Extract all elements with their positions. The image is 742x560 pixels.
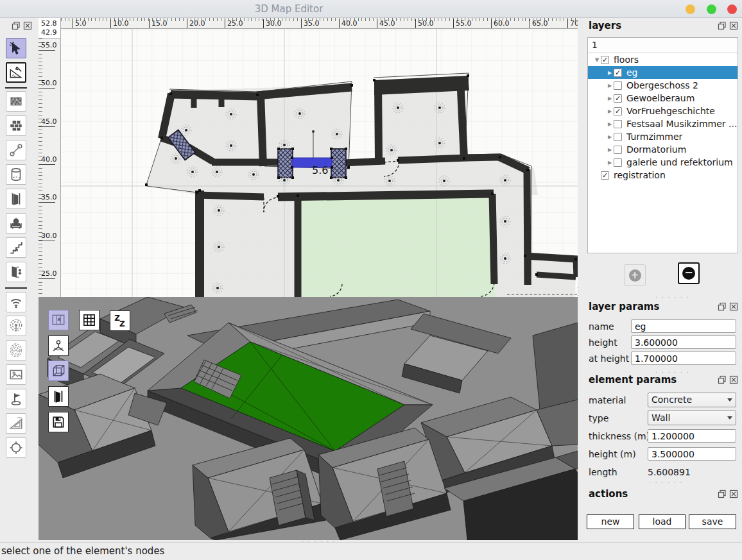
layer-label: VorFruehgeschichte: [626, 106, 715, 116]
layer-checkbox[interactable]: [614, 158, 622, 167]
draw-measure-tool-button[interactable]: [6, 62, 26, 83]
layer-row-registration[interactable]: ✓ registration: [588, 169, 738, 182]
element-height-label: height (m): [589, 449, 636, 459]
dock-float-icon[interactable]: [12, 21, 21, 30]
remove-layer-button[interactable]: −: [678, 262, 700, 284]
layers-tree-header: 1: [588, 38, 738, 53]
layer-row-vorfruehgeschichte[interactable]: ▶ ✓ VorFruehgeschichte: [588, 105, 738, 117]
wireframe-cube-button[interactable]: [48, 361, 69, 381]
new-button[interactable]: new: [587, 514, 634, 529]
maximize-button[interactable]: [707, 4, 716, 14]
ruler-label: 45.0: [377, 19, 395, 29]
layer-checkbox[interactable]: ✓: [601, 171, 609, 180]
flag-tool-button[interactable]: [6, 389, 26, 409]
layer-row-galerie[interactable]: ▶ galerie und refektorium: [588, 156, 738, 169]
column-tool-button[interactable]: [6, 164, 26, 185]
edge-link-tool-button[interactable]: [6, 140, 26, 160]
close-button[interactable]: [727, 4, 737, 14]
layer-checkbox[interactable]: [614, 81, 622, 90]
wifi-tool-button[interactable]: [6, 292, 26, 312]
beacon-tool-button[interactable]: [6, 316, 26, 336]
save-view-button[interactable]: [48, 412, 69, 432]
actions-title: actions: [589, 488, 628, 500]
axis-gizmo-button[interactable]: [48, 335, 69, 356]
panel-close-icon[interactable]: [729, 489, 738, 498]
layer-row-obergeschoss-2[interactable]: ▶ Obergeschoss 2: [588, 79, 738, 92]
map-mode-button[interactable]: [48, 310, 69, 330]
panel-close-icon[interactable]: [729, 21, 738, 30]
layer-label: registration: [614, 170, 666, 180]
hatched-column[interactable]: [278, 149, 293, 178]
layer-label: Gewoelberaum: [626, 93, 695, 103]
expand-arrow[interactable]: ▶: [606, 83, 614, 89]
stairs-tool-button[interactable]: [6, 237, 26, 258]
type-select[interactable]: Wall: [648, 411, 736, 425]
floor-plan-canvas[interactable]: 5.6: [61, 29, 578, 297]
furniture-tool-button[interactable]: [6, 213, 26, 233]
scene-3d: [39, 297, 578, 540]
image-tool-button[interactable]: [6, 364, 26, 385]
type-label: type: [589, 413, 608, 423]
minimize-button[interactable]: [686, 4, 695, 14]
material-label: material: [589, 395, 626, 405]
edge-link-icon: [8, 142, 24, 158]
layer-row-eg[interactable]: ▶ ✓ eg: [588, 66, 738, 79]
layer-row-floors[interactable]: ▼ ✓ floors: [588, 53, 738, 66]
z-levels-button[interactable]: ZZ: [110, 310, 130, 331]
fingerprint-tool-button[interactable]: [6, 340, 26, 361]
layer-checkbox[interactable]: ✓: [614, 69, 622, 77]
material-select[interactable]: Concrete: [648, 393, 736, 407]
layer-checkbox[interactable]: ✓: [601, 56, 609, 64]
hatched-column[interactable]: [331, 149, 346, 178]
grid-toggle-button[interactable]: [79, 310, 99, 330]
expand-arrow[interactable]: ▶: [606, 108, 614, 114]
layer-row-festsaal[interactable]: ▶ Festsaal Musikzimmer ...: [588, 117, 738, 130]
expand-arrow[interactable]: ▼: [593, 57, 601, 63]
ruler-label: 50.0: [41, 79, 57, 87]
wall-tool-button[interactable]: [6, 115, 26, 136]
annotation-node[interactable]: [312, 130, 315, 133]
layer-checkbox[interactable]: [614, 146, 622, 154]
splitter-handle[interactable]: . . . . . .: [655, 294, 689, 298]
layer-checkbox[interactable]: ✓: [614, 107, 622, 115]
at-height-field[interactable]: [631, 352, 736, 365]
add-layer-button[interactable]: +: [624, 264, 646, 286]
splitter-handle[interactable]: . . . . . .: [649, 479, 683, 483]
expand-arrow[interactable]: ▶: [606, 121, 614, 127]
select-tool-button[interactable]: [6, 38, 26, 58]
panel-close-icon[interactable]: [729, 302, 738, 311]
thickness-field[interactable]: [648, 429, 736, 443]
set-square-tool-button[interactable]: [6, 413, 26, 434]
layer-checkbox[interactable]: [614, 133, 622, 141]
panel-float-icon[interactable]: [718, 302, 727, 311]
panel-float-icon[interactable]: [718, 489, 727, 498]
crosshair-tool-button[interactable]: [6, 437, 26, 458]
exit-tool-button[interactable]: [6, 262, 26, 282]
element-height-field[interactable]: [648, 447, 736, 461]
dock-close-icon[interactable]: [23, 21, 32, 30]
save-button[interactable]: save: [689, 514, 736, 529]
viewport-3d[interactable]: ZZ: [39, 297, 578, 540]
layer-checkbox[interactable]: [614, 120, 622, 128]
panel-float-icon[interactable]: [718, 21, 727, 30]
layer-row-gewoelberaum[interactable]: ▶ ✓ Gewoelberaum: [588, 92, 738, 105]
load-button[interactable]: load: [639, 514, 686, 529]
expand-arrow[interactable]: ▶: [606, 96, 614, 101]
layer-checkbox[interactable]: ✓: [614, 94, 622, 103]
expand-arrow[interactable]: ▶: [606, 147, 614, 153]
door-tool-button[interactable]: [6, 189, 26, 209]
splitter-handle[interactable]: . . . . . .: [655, 369, 689, 373]
panel-float-icon[interactable]: [718, 375, 727, 384]
column-icon: [8, 167, 24, 182]
layer-row-turmzimmer[interactable]: ▶ Turmzimmer: [588, 130, 738, 143]
expand-arrow[interactable]: ▶: [606, 70, 614, 76]
texture-tool-button[interactable]: [6, 91, 26, 112]
layer-row-dormatorium[interactable]: ▶ Dormatorium: [588, 143, 738, 156]
height-field[interactable]: [631, 335, 736, 349]
name-field[interactable]: [631, 319, 736, 333]
door-toggle-button[interactable]: [48, 386, 69, 407]
panel-close-icon[interactable]: [729, 375, 738, 384]
layers-tree[interactable]: 1 ▼ ✓ floors ▶ ✓ eg ▶ Obergeschoss 2 ▶ ✓…: [587, 37, 738, 253]
expand-arrow[interactable]: ▶: [606, 160, 614, 165]
expand-arrow[interactable]: ▶: [606, 134, 614, 140]
